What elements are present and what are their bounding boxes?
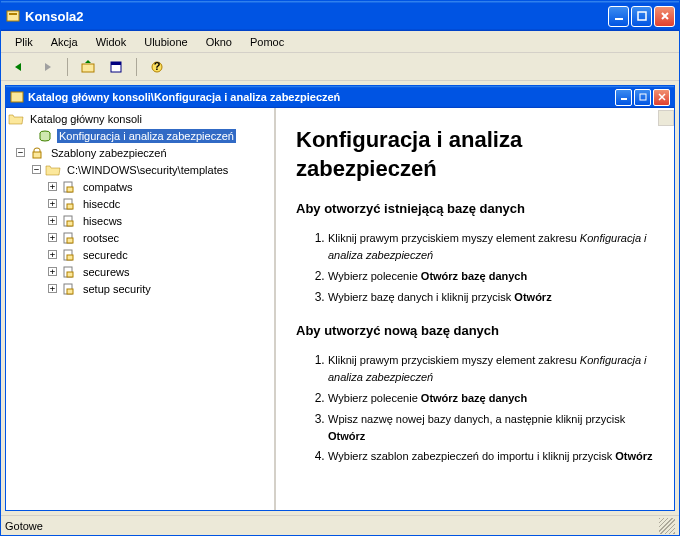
database-icon	[37, 129, 53, 143]
child-title: Katalog główny konsoli\Konfiguracja i an…	[28, 91, 615, 103]
svg-rect-11	[640, 94, 646, 100]
child-titlebar[interactable]: Katalog główny konsoli\Konfiguracja i an…	[6, 86, 674, 108]
svg-rect-2	[615, 18, 623, 20]
page-title: Konfiguracja i analiza zabezpieczeń	[296, 126, 654, 183]
section-heading: Aby otworzyć istniejącą bazę danych	[296, 201, 654, 216]
tree-item[interactable]: + securedc	[8, 246, 272, 263]
list-item: Wybierz szablon zabezpieczeń do importu …	[328, 448, 654, 465]
tree-item[interactable]: + setup security	[8, 280, 272, 297]
menu-okno[interactable]: Okno	[198, 34, 240, 50]
maximize-button[interactable]	[631, 6, 652, 27]
expand-icon[interactable]: +	[48, 182, 57, 191]
status-text: Gotowe	[5, 520, 659, 532]
tree-root[interactable]: Katalog główny konsoli	[8, 110, 272, 127]
svg-rect-23	[67, 255, 73, 260]
close-button[interactable]	[654, 6, 675, 27]
svg-rect-13	[33, 152, 41, 158]
client-area: Katalog główny konsoli\Konfiguracja i an…	[1, 81, 679, 515]
template-icon	[61, 180, 77, 194]
instruction-list: Kliknij prawym przyciskiem myszy element…	[328, 352, 654, 465]
tree-config[interactable]: Konfiguracja i analiza zabezpieczeń	[8, 127, 272, 144]
resize-grip-icon[interactable]	[659, 518, 675, 534]
expand-icon[interactable]: +	[48, 250, 57, 259]
menu-plik[interactable]: Plik	[7, 34, 41, 50]
splitter: Katalog główny konsoli Konfiguracja i an…	[6, 108, 674, 510]
child-maximize-button[interactable]	[634, 89, 651, 106]
template-icon	[61, 231, 77, 245]
svg-rect-1	[9, 13, 17, 15]
menu-pomoc[interactable]: Pomoc	[242, 34, 292, 50]
svg-rect-9	[11, 92, 23, 102]
expand-icon[interactable]: +	[48, 267, 57, 276]
scroll-up-icon[interactable]	[658, 110, 674, 126]
titlebar[interactable]: Konsola2	[1, 1, 679, 31]
child-window: Katalog główny konsoli\Konfiguracja i an…	[5, 85, 675, 511]
properties-button[interactable]	[104, 56, 128, 78]
child-minimize-button[interactable]	[615, 89, 632, 106]
window-title: Konsola2	[25, 9, 608, 24]
tree-label: securedc	[81, 248, 130, 262]
menubar: Plik Akcja Widok Ulubione Okno Pomoc	[1, 31, 679, 53]
list-item: Wpisz nazwę nowej bazy danych, a następn…	[328, 411, 654, 445]
svg-rect-3	[638, 12, 646, 20]
list-item: Kliknij prawym przyciskiem myszy element…	[328, 352, 654, 386]
folder-open-icon	[45, 163, 61, 177]
main-window: Konsola2 Plik Akcja Widok Ulubione Okno …	[0, 0, 680, 536]
child-icon	[10, 90, 24, 104]
tree-pane[interactable]: Katalog główny konsoli Konfiguracja i an…	[6, 108, 276, 510]
tree-label: securews	[81, 265, 131, 279]
svg-rect-21	[67, 238, 73, 243]
list-item: Wybierz polecenie Otwórz bazę danych	[328, 390, 654, 407]
svg-rect-17	[67, 204, 73, 209]
tree-label: C:\WINDOWS\security\templates	[65, 163, 230, 177]
child-close-button[interactable]	[653, 89, 670, 106]
svg-rect-0	[7, 11, 19, 21]
expand-icon[interactable]: +	[48, 199, 57, 208]
svg-rect-6	[111, 62, 121, 65]
tree-item[interactable]: + hisecdc	[8, 195, 272, 212]
content-pane[interactable]: Konfiguracja i analiza zabezpieczeń Aby …	[276, 108, 674, 510]
tree-label: compatws	[81, 180, 135, 194]
tree-item[interactable]: + securews	[8, 263, 272, 280]
svg-rect-15	[67, 187, 73, 192]
template-icon	[61, 282, 77, 296]
up-button[interactable]	[76, 56, 100, 78]
collapse-icon[interactable]: −	[16, 148, 25, 157]
tree-path[interactable]: − C:\WINDOWS\security\templates	[8, 161, 272, 178]
svg-rect-4	[82, 64, 94, 72]
app-icon	[5, 8, 21, 24]
menu-ulubione[interactable]: Ulubione	[136, 34, 195, 50]
tree-item[interactable]: + compatws	[8, 178, 272, 195]
toolbar: ?	[1, 53, 679, 81]
section-heading: Aby utworzyć nową bazę danych	[296, 323, 654, 338]
expand-icon[interactable]: +	[48, 284, 57, 293]
separator	[67, 58, 68, 76]
tree-label: setup security	[81, 282, 153, 296]
tree-label: Katalog główny konsoli	[28, 112, 144, 126]
expand-icon[interactable]: +	[48, 233, 57, 242]
back-button[interactable]	[7, 56, 31, 78]
tree-label: rootsec	[81, 231, 121, 245]
tree-label: hisecdc	[81, 197, 122, 211]
tree-item[interactable]: + hisecws	[8, 212, 272, 229]
svg-rect-10	[621, 98, 627, 100]
tree-label: Konfiguracja i analiza zabezpieczeń	[57, 129, 236, 143]
expand-icon[interactable]: +	[48, 216, 57, 225]
list-item: Kliknij prawym przyciskiem myszy element…	[328, 230, 654, 264]
forward-button[interactable]	[35, 56, 59, 78]
svg-text:?: ?	[154, 60, 161, 72]
template-icon	[61, 248, 77, 262]
menu-widok[interactable]: Widok	[88, 34, 135, 50]
list-item: Wybierz bazę danych i kliknij przycisk O…	[328, 289, 654, 306]
tree-templates[interactable]: − Szablony zabezpieczeń	[8, 144, 272, 161]
help-button[interactable]: ?	[145, 56, 169, 78]
collapse-icon[interactable]: −	[32, 165, 41, 174]
svg-rect-19	[67, 221, 73, 226]
menu-akcja[interactable]: Akcja	[43, 34, 86, 50]
minimize-button[interactable]	[608, 6, 629, 27]
instruction-list: Kliknij prawym przyciskiem myszy element…	[328, 230, 654, 305]
lock-icon	[29, 146, 45, 160]
tree-item[interactable]: + rootsec	[8, 229, 272, 246]
template-icon	[61, 265, 77, 279]
separator	[136, 58, 137, 76]
